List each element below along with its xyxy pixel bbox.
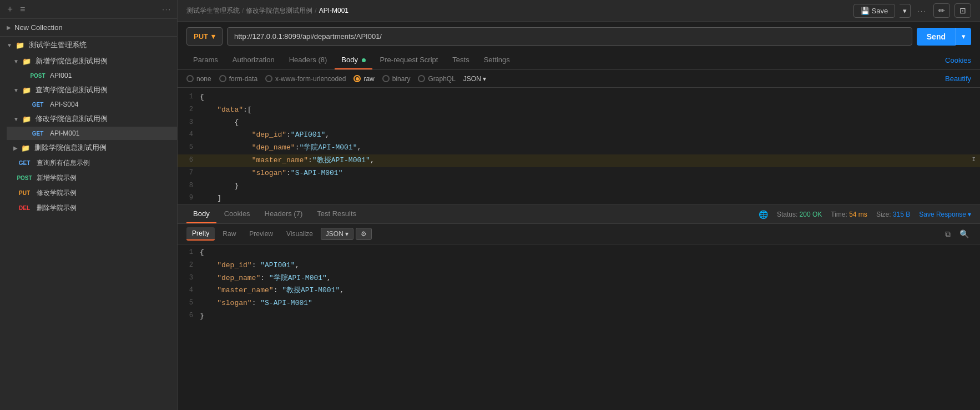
tab-authorization[interactable]: Authorization [226, 51, 281, 69]
filter-icon-button[interactable]: ⚙ [356, 228, 372, 240]
radio-raw[interactable]: raw [353, 75, 374, 83]
save-label: Save [872, 7, 888, 15]
sidebar-topbar: ＋ ≡ ··· [0, 0, 177, 19]
response-code-viewer: 1 { 2 "dep_id": "API001", 3 "dep_name": … [178, 244, 980, 349]
radio-urlencoded[interactable]: x-www-form-urlencoded [265, 75, 346, 83]
request-bar: PUT ▾ Send ▾ [178, 22, 980, 51]
new-collection-label: New Collection [14, 23, 63, 32]
code-line-1: 1 { [178, 91, 980, 104]
method-badge-get: GET [16, 160, 33, 166]
chevron-down-icon: ▾ [345, 230, 348, 238]
breadcrumb-current: API-M001 [319, 7, 348, 14]
method-chevron-icon: ▾ [211, 32, 215, 41]
code-line-7: 7 "slogan":"S-API-M001" [178, 167, 980, 180]
breadcrumb-sep-1: / [242, 7, 244, 14]
request-item-apim001[interactable]: GET API-M001 [7, 127, 177, 140]
more-options-icon[interactable]: ··· [162, 5, 171, 13]
tab-headers[interactable]: Headers (8) [282, 51, 334, 69]
breadcrumb-collection: 测试学生管理系统 [186, 6, 240, 16]
radio-none[interactable]: none [186, 75, 211, 83]
save-dropdown-button[interactable]: ▾ [900, 4, 911, 18]
format-tab-visualize[interactable]: Visualize [281, 228, 319, 240]
line-indicator: I [972, 155, 980, 165]
save-response-button[interactable]: Save Response ▾ [919, 211, 971, 218]
tab-settings[interactable]: Settings [477, 51, 517, 69]
main-panel: 测试学生管理系统 / 修改学院信息测试用例 / API-M001 💾 Save … [178, 0, 980, 410]
format-tab-preview[interactable]: Preview [244, 228, 279, 240]
folder-header-2[interactable]: ▼ 📁 查询学院信息测试用例 [7, 82, 177, 98]
url-input[interactable] [227, 27, 912, 46]
chevron-down-icon: ▾ [968, 211, 971, 218]
save-button[interactable]: 💾 Save [853, 4, 896, 18]
radio-circle-raw [353, 75, 361, 82]
radio-graphql[interactable]: GraphQL [418, 75, 455, 83]
request-tabs-row: Params Authorization Headers (8) Body Pr… [178, 51, 980, 70]
method-badge-get: GET [29, 102, 47, 108]
request-name-apis004: API-S004 [50, 101, 78, 108]
simple-request-2[interactable]: POST 新增学院示例 [0, 171, 177, 186]
folder-icon-4: 📁 [21, 144, 30, 152]
response-format-row: Pretty Raw Preview Visualize JSON ▾ ⚙ ⧉ … [178, 224, 980, 244]
method-select[interactable]: PUT ▾ [186, 27, 223, 46]
body-type-row: none form-data x-www-form-urlencoded raw… [178, 70, 980, 88]
chevron-down-icon: ▼ [7, 42, 12, 48]
tab-body[interactable]: Body [335, 51, 372, 69]
folder-header-4[interactable]: ▶ 📁 删除学院信息测试用例 [7, 140, 177, 156]
breadcrumb-folder: 修改学院信息测试用例 [246, 6, 312, 16]
folder-group-4: ▶ 📁 删除学院信息测试用例 [7, 140, 177, 156]
method-badge-post: POST [29, 73, 47, 79]
tab-params[interactable]: Params [186, 51, 225, 69]
resp-line-5: 5 "slogan": "S-API-M001" [178, 297, 980, 310]
response-tab-cookies[interactable]: Cookies [218, 205, 257, 223]
folder-group-2: ▼ 📁 查询学院信息测试用例 GET API-S004 [7, 82, 177, 111]
response-tab-headers[interactable]: Headers (7) [258, 205, 310, 223]
code-line-3: 3 { [178, 117, 980, 129]
more-dots-icon[interactable]: ··· [915, 4, 929, 17]
list-icon[interactable]: ≡ [20, 4, 25, 14]
chevron-down-icon: ▼ [13, 58, 19, 64]
radio-binary[interactable]: binary [382, 75, 411, 83]
collection-header[interactable]: ▼ 📁 测试学生管理系统 [0, 37, 177, 53]
tab-tests[interactable]: Tests [446, 51, 476, 69]
request-body-editor[interactable]: 1 { 2 "data":[ 3 { 4 "dep_id":"API001", … [178, 88, 980, 204]
resp-line-6: 6 } [178, 310, 980, 323]
collection-group: ▼ 📁 测试学生管理系统 ▼ 📁 新增学院信息测试用例 POST API001 … [0, 37, 177, 216]
layout-icon-button[interactable]: ⊡ [954, 3, 971, 18]
send-dropdown-button[interactable]: ▾ [956, 28, 971, 45]
response-json-dropdown[interactable]: JSON ▾ [321, 228, 353, 240]
simple-request-4[interactable]: DEL 删除学院示例 [0, 201, 177, 216]
topbar-actions: 💾 Save ▾ ··· ✏ ⊡ [853, 3, 971, 18]
method-badge-get: GET [29, 131, 47, 137]
tab-pre-request[interactable]: Pre-request Script [373, 51, 445, 69]
response-tab-test-results[interactable]: Test Results [310, 205, 363, 223]
new-collection-row[interactable]: ▶ New Collection [0, 19, 177, 37]
add-icon[interactable]: ＋ [6, 3, 14, 15]
radio-form-data[interactable]: form-data [219, 75, 257, 83]
response-tab-body[interactable]: Body [186, 205, 216, 223]
simple-request-1[interactable]: GET 查询所有信息示例 [0, 156, 177, 171]
folder-header-3[interactable]: ▼ 📁 修改学院信息测试用例 [7, 111, 177, 127]
code-line-5: 5 "dep_name":"学院API-M001", [178, 142, 980, 154]
response-status: 🌐 Status: 200 OK Time: 54 ms Size: 315 B… [759, 210, 971, 219]
simple-request-3[interactable]: PUT 修改学院示例 [0, 186, 177, 201]
response-section: Body Cookies Headers (7) Test Results 🌐 … [178, 204, 980, 349]
copy-icon-button[interactable]: ⧉ [943, 228, 953, 240]
send-button[interactable]: Send [917, 28, 956, 46]
cookies-link[interactable]: Cookies [945, 56, 971, 64]
folder-group-3: ▼ 📁 修改学院信息测试用例 GET API-M001 [7, 111, 177, 140]
request-item-apis004[interactable]: GET API-S004 [7, 98, 177, 111]
folder-name-1: 新增学院信息测试用例 [36, 56, 108, 66]
edit-icon-button[interactable]: ✏ [933, 3, 950, 18]
send-button-group: Send ▾ [917, 28, 971, 46]
request-item-api001[interactable]: POST API001 [7, 69, 177, 82]
chevron-right-icon: ▶ [7, 24, 11, 31]
folder-name-3: 修改学院信息测试用例 [36, 114, 108, 124]
format-tab-pretty[interactable]: Pretty [186, 227, 215, 241]
search-icon-button[interactable]: 🔍 [957, 228, 971, 239]
beautify-link[interactable]: Beautify [945, 74, 971, 83]
folder-header-1[interactable]: ▼ 📁 新增学院信息测试用例 [7, 53, 177, 69]
globe-icon: 🌐 [759, 210, 768, 219]
format-tab-raw[interactable]: Raw [217, 228, 241, 240]
format-action-icons: ⧉ 🔍 [943, 228, 971, 240]
json-format-select[interactable]: JSON ▾ [463, 75, 486, 83]
